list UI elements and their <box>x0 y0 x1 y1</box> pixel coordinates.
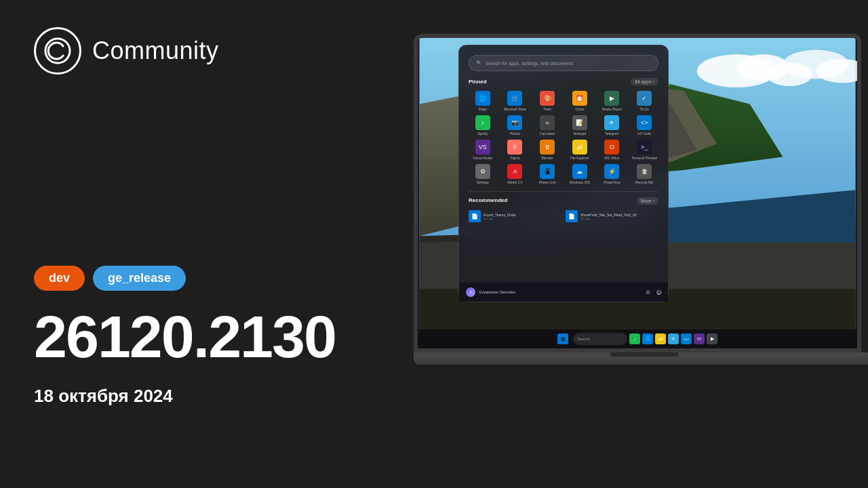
app-icon-label: Blender <box>542 156 553 160</box>
taskbar-app-5: <> <box>681 333 692 344</box>
app-icon-label: Settings <box>477 180 489 184</box>
app-icon-calculator: = Calculator <box>533 115 561 136</box>
app-icon-img: ⚡ <box>604 164 619 179</box>
user-avatar: S <box>466 287 475 297</box>
laptop-screen: 🔍 Search for apps, settings, and documen… <box>414 34 861 352</box>
rec-item-name: SharePoint_Site_Set_Read_Only_All <box>580 213 637 217</box>
rec-header: Recommended More › <box>469 197 658 205</box>
app-icon-paint: 🎨 Paint <box>533 91 561 111</box>
start-menu-search: 🔍 Search for apps, settings, and documen… <box>469 55 658 71</box>
app-icon-media-player: ▶ Media Player <box>598 91 627 111</box>
taskbar-search: Search <box>573 333 627 345</box>
app-icon-adobe-cc: A Adobe CC <box>501 164 530 184</box>
app-icon-label: PowerToys <box>604 180 620 184</box>
app-icon-edge: 🌐 Edge <box>469 91 497 111</box>
app-icon-label: Paint <box>543 107 551 111</box>
taskbar-app-1: ♪ <box>629 333 640 344</box>
app-icon-img: ☁ <box>572 164 587 179</box>
content-area: dev ge_release 26120.2130 18 октября 202… <box>34 266 400 461</box>
laptop-base <box>414 352 868 365</box>
app-icon-img: 🛒 <box>507 91 522 106</box>
taskbar-app-7: ▶ <box>707 333 717 344</box>
app-icon-label: Spotify <box>477 131 488 136</box>
app-icon-visual-studio: VS Visual Studio <box>469 140 497 160</box>
dev-badge: dev <box>34 266 85 291</box>
app-icon-img: B <box>540 140 555 155</box>
right-panel: 🔍 Search for apps, settings, and documen… <box>434 0 868 488</box>
app-icon-powertoys: ⚡ PowerToys <box>598 164 627 184</box>
rec-item-time: 1d+ ago <box>484 217 516 220</box>
app-icon-label: Notepad <box>573 131 586 136</box>
app-icon-label: MS Office <box>605 156 620 160</box>
pinned-title: Pinned <box>469 79 487 85</box>
app-icon-label: Visual Studio <box>473 156 492 160</box>
rec-item-info: SharePoint_Site_Set_Read_Only_All 10h ag… <box>580 213 637 220</box>
app-icon-img: 📝 <box>572 115 587 130</box>
app-icon-figma: F Figma <box>501 140 530 160</box>
version-number: 26120.2130 <box>34 307 400 367</box>
app-icon-img: ⏰ <box>572 91 587 106</box>
app-icon-label: Clock <box>576 107 585 111</box>
badges-container: dev ge_release <box>34 266 400 291</box>
all-apps-link: All apps › <box>631 78 658 85</box>
start-button: ⊞ <box>557 333 568 344</box>
pinned-header: Pinned All apps › <box>469 78 658 85</box>
app-icon-label: Phone Link <box>539 180 556 184</box>
app-icon-img: <> <box>637 115 652 130</box>
rec-item-time: 10h ago <box>580 217 637 220</box>
taskbar-icons: ⊞ Search ♪ 🌐 📁 ✈ <> VS ▶ <box>557 333 717 345</box>
power-icon: ⏻ <box>656 289 661 296</box>
app-grid: 🌐 Edge 🛒 Microsoft Store 🎨 Paint ⏰ Clock… <box>469 91 658 184</box>
app-icon-ms-office: O MS Office <box>598 140 627 160</box>
user-actions: ⚙ ⏻ <box>646 289 661 296</box>
search-placeholder: Search for apps, settings, and documents <box>486 61 573 66</box>
rec-item-info: Export_Teams_Chats 1d+ ago <box>484 213 516 220</box>
app-icon-telegram: ✈ Telegram <box>598 115 627 136</box>
app-icon-img: O <box>604 140 619 155</box>
app-icon-label: Adobe CC <box>507 180 523 184</box>
app-icon-label: Telegram <box>605 131 619 136</box>
user-name: Svyatoslav Demidov <box>479 290 515 294</box>
rec-item: 📄 Export_Teams_Chats 1d+ ago <box>469 210 561 222</box>
laptop-hinge <box>610 352 678 357</box>
app-icon-photos: 📷 Photos <box>501 115 530 136</box>
brand-name: Community <box>92 37 219 65</box>
rec-item-icon: 📄 <box>469 210 481 222</box>
release-badge: ge_release <box>93 266 186 291</box>
user-info: S Svyatoslav Demidov <box>466 287 515 297</box>
rec-item: 📄 SharePoint_Site_Set_Read_Only_All 10h … <box>566 210 658 222</box>
app-icon-notepad: 📝 Notepad <box>566 115 594 136</box>
app-icon-label: Photos <box>510 131 521 136</box>
app-icon-img: 📷 <box>507 115 522 130</box>
app-icon-terminal-preview: >_ Terminal Preview <box>630 140 658 160</box>
app-icon-img: A <box>507 164 522 179</box>
user-bar: S Svyatoslav Demidov ⚙ ⏻ <box>459 283 668 302</box>
app-icon-img: 📱 <box>540 164 555 179</box>
app-icon-label: Calculator <box>540 131 555 136</box>
app-icon-label: Terminal Preview <box>631 156 657 160</box>
rec-item-name: Export_Teams_Chats <box>484 213 516 217</box>
app-icon-img: VS <box>475 140 490 155</box>
app-icon-img: ♪ <box>475 115 490 130</box>
app-icon-img: 📁 <box>572 140 587 155</box>
app-icon-label: Microsoft Store <box>504 107 527 111</box>
app-icon-img: 🎨 <box>540 91 555 106</box>
taskbar-app-6: VS <box>694 333 705 344</box>
taskbar: ⊞ Search ♪ 🌐 📁 ✈ <> VS ▶ <box>418 329 857 348</box>
app-icon-settings: ⚙ Settings <box>469 164 497 184</box>
logo-area: Community <box>34 27 400 75</box>
app-icon-blender: B Blender <box>533 140 561 160</box>
app-icon-img: ✓ <box>637 91 652 106</box>
app-icon-label: Windows 365 <box>570 180 590 184</box>
app-icon-windows-365: ☁ Windows 365 <box>566 164 594 184</box>
taskbar-search-text: Search <box>577 337 590 341</box>
app-icon-label: Figma <box>511 156 520 160</box>
app-icon-img: ▶ <box>604 91 619 106</box>
app-icon-phone-link: 📱 Phone Link <box>533 164 561 184</box>
rec-item-icon: 📄 <box>566 210 578 222</box>
app-icon-label: Media Player <box>602 107 622 111</box>
app-icon-microsoft-store: 🛒 Microsoft Store <box>501 91 530 111</box>
app-icon-to-do: ✓ To Do <box>630 91 658 111</box>
app-icon-label: Recycle Bin <box>635 180 653 184</box>
taskbar-app-3: 📁 <box>655 333 666 344</box>
